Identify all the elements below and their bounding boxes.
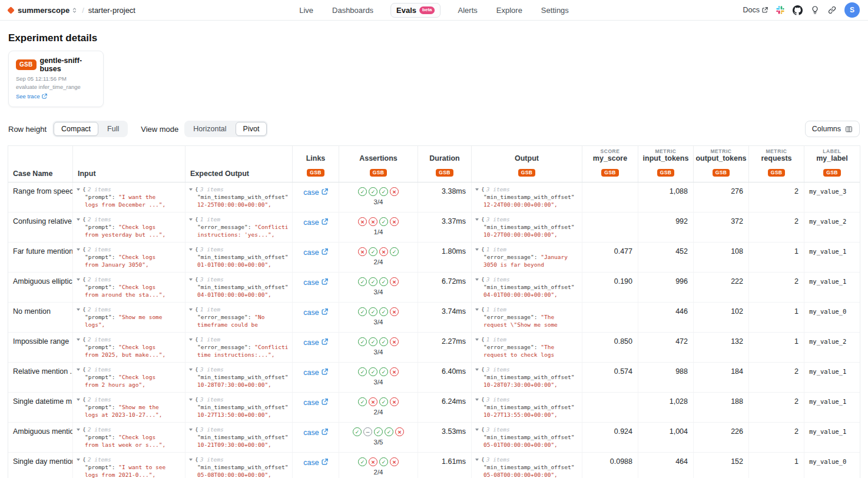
expand-toggle-icon[interactable] — [189, 369, 193, 371]
case-link[interactable]: case — [303, 188, 327, 198]
json-preview-header: {2 items — [77, 426, 183, 433]
table-row[interactable]: Ambiguous mention{2 items"prompt": "Chec… — [8, 423, 860, 453]
case-link[interactable]: case — [303, 369, 327, 378]
expand-toggle-icon[interactable] — [189, 429, 193, 431]
json-preview-body: "prompt": "Check logsfrom last week or s… — [85, 433, 183, 449]
row-height-option-full[interactable]: Full — [100, 122, 127, 136]
expand-toggle-icon[interactable] — [475, 429, 479, 431]
expand-toggle-icon[interactable] — [189, 248, 193, 251]
table-row[interactable]: No mention{2 items"prompt": "Show me som… — [8, 303, 860, 333]
column-title: Case Name — [13, 170, 52, 178]
json-preview-header: {3 items — [189, 396, 290, 403]
input-cell: {2 items"prompt": "Check logsfrom 2 hour… — [73, 363, 185, 392]
row-height-option-compact[interactable]: Compact — [54, 122, 98, 136]
column-group-input_tokens: METRICinput_tokens — [638, 146, 694, 164]
case-link[interactable]: case — [303, 459, 327, 468]
nav-item-alerts[interactable]: Alerts — [456, 3, 479, 18]
case-link[interactable]: case — [303, 308, 327, 318]
expand-toggle-icon[interactable] — [77, 308, 80, 311]
open-brace: { — [195, 366, 198, 373]
view-mode-option-pivot[interactable]: Pivot — [236, 122, 267, 136]
json-line: "min_timestamp_with_offset" — [483, 433, 579, 441]
expand-toggle-icon[interactable] — [77, 399, 80, 401]
expand-toggle-icon[interactable] — [77, 338, 80, 341]
nav-item-explore[interactable]: Explore — [495, 3, 524, 18]
open-brace: { — [82, 426, 86, 433]
columns-button[interactable]: Columns — [805, 121, 860, 137]
case-link[interactable]: case — [303, 218, 327, 228]
expand-toggle-icon[interactable] — [189, 218, 193, 221]
output-cell: {1 item"error_message": "Therequest \"Sh… — [472, 303, 582, 332]
table-row[interactable]: Impossible range{2 items"prompt": "Check… — [8, 333, 860, 363]
expand-toggle-icon[interactable] — [189, 188, 193, 191]
assertion-pass-icon: ✓ — [379, 277, 388, 286]
table-row[interactable]: Relative mention ...{2 items"prompt": "C… — [8, 363, 860, 393]
case-link[interactable]: case — [303, 278, 327, 288]
nav-item-evals[interactable]: Evalsbeta — [390, 3, 440, 18]
expand-toggle-icon[interactable] — [77, 459, 80, 461]
case-link[interactable]: case — [303, 248, 327, 258]
github-button[interactable] — [793, 5, 803, 15]
experiment-badge: GSB — [768, 169, 785, 177]
assertion-fail-icon: × — [369, 397, 377, 406]
case-link[interactable]: case — [303, 338, 327, 348]
assertions-cell: ✓✓✓×3/4 — [339, 303, 418, 332]
expand-toggle-icon[interactable] — [77, 278, 80, 281]
docs-link[interactable]: Docs — [743, 6, 768, 14]
expand-toggle-icon[interactable] — [475, 338, 479, 341]
output-tokens-cell: 102 — [694, 303, 749, 332]
json-line: "prompt": "Show me the — [85, 403, 183, 411]
expand-toggle-icon[interactable] — [475, 248, 479, 251]
json-preview-body: "min_timestamp_with_offset"12-25T00:00:0… — [197, 193, 290, 208]
expand-toggle-icon[interactable] — [475, 308, 479, 311]
table-row[interactable]: Single day mention{2 items"prompt": "I w… — [8, 453, 860, 478]
see-trace-link[interactable]: See trace — [16, 93, 47, 99]
nav-item-settings[interactable]: Settings — [539, 3, 571, 18]
expand-toggle-icon[interactable] — [475, 399, 479, 401]
json-preview-header: {3 items — [475, 366, 579, 373]
slack-button[interactable] — [776, 5, 785, 15]
breadcrumb-project[interactable]: starter-project — [88, 6, 135, 15]
json-value: 10-27T13:55:00+00:00", — [483, 411, 579, 419]
nav-item-live[interactable]: Live — [297, 3, 315, 18]
json-value: "Check logs — [115, 224, 155, 230]
expand-toggle-icon[interactable] — [77, 218, 80, 221]
case-link[interactable]: case — [303, 429, 327, 438]
label-cell: my_value_0 — [804, 453, 860, 478]
item-count: 3 items — [486, 186, 510, 192]
expand-toggle-icon[interactable] — [189, 399, 193, 401]
table-row[interactable]: Single datetime m...{2 items"prompt": "S… — [8, 393, 860, 423]
expand-toggle-icon[interactable] — [77, 369, 80, 371]
json-value: logs from 2021-0...", — [85, 471, 183, 478]
expand-toggle-icon[interactable] — [475, 188, 479, 191]
case-link[interactable]: case — [303, 399, 327, 408]
expand-toggle-icon[interactable] — [189, 338, 193, 341]
json-line: "error_message": "No — [197, 313, 290, 321]
expand-toggle-icon[interactable] — [475, 369, 479, 371]
expand-toggle-icon[interactable] — [189, 278, 193, 281]
expand-toggle-icon[interactable] — [189, 308, 193, 311]
score-cell: 0.477 — [582, 243, 638, 272]
expand-toggle-icon[interactable] — [475, 278, 479, 281]
expected-output-cell: {1 item"error_message": "Notimeframe cou… — [185, 303, 293, 332]
lightbulb-button[interactable] — [810, 5, 820, 15]
expand-toggle-icon[interactable] — [77, 429, 80, 431]
table-row[interactable]: Range from speech{2 items"prompt": "I wa… — [8, 182, 860, 213]
table-row[interactable]: Confusing relative...{2 items"prompt": "… — [8, 213, 860, 243]
expand-toggle-icon[interactable] — [475, 218, 479, 221]
expand-toggle-icon[interactable] — [475, 459, 479, 461]
nav-item-dashboards[interactable]: Dashboards — [330, 3, 375, 18]
input-tokens-cell: 452 — [638, 243, 694, 272]
link-button[interactable] — [827, 5, 837, 15]
json-value: "January — [538, 254, 568, 260]
table-row[interactable]: Ambiguous elliptic...{2 items"prompt": "… — [8, 273, 860, 303]
table-row[interactable]: Far future mention{2 items"prompt": "Che… — [8, 243, 860, 273]
expand-toggle-icon[interactable] — [189, 459, 193, 461]
org-switcher[interactable]: summerscope — [18, 6, 78, 15]
avatar[interactable]: S — [844, 2, 860, 18]
item-count: 2 items — [88, 456, 111, 463]
view-mode-option-horizontal[interactable]: Horizontal — [185, 122, 234, 136]
expand-toggle-icon[interactable] — [77, 188, 80, 191]
score-cell: 0.0988 — [582, 453, 638, 478]
expand-toggle-icon[interactable] — [77, 248, 80, 251]
